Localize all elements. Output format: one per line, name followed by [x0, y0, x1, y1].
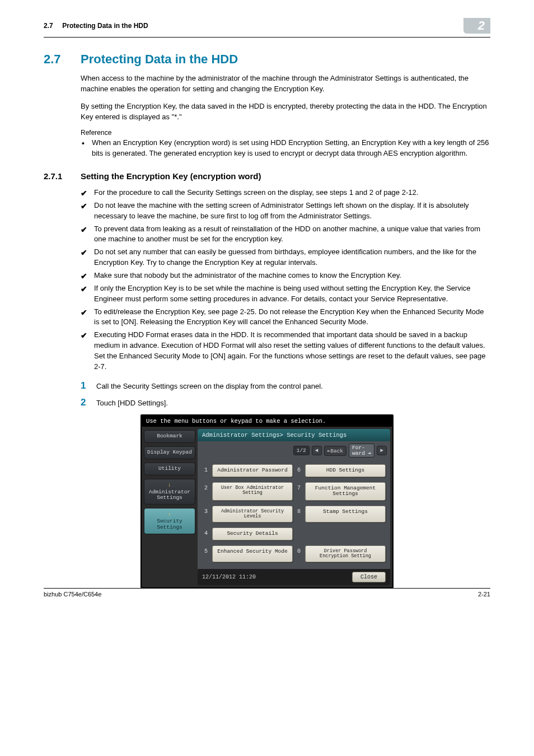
check-item: For the procedure to call the Security S… — [81, 188, 490, 198]
check-item: Make sure that nobody but the administra… — [81, 270, 490, 281]
menu-enhanced-sec-mode-button[interactable]: Enhanced Security Mode — [212, 545, 293, 563]
device-instruction-bar: Use the menu buttons or keypad to make a… — [142, 416, 392, 427]
check-item: To prevent data from leaking as a result… — [81, 224, 490, 245]
check-item: If only the Encryption Key is to be set … — [81, 283, 490, 305]
device-pager: 1/2 ◄ ↞Back For- ward ↠ ► — [198, 441, 390, 460]
checklist: For the procedure to call the Security S… — [81, 188, 490, 372]
menu-num: 2 — [202, 482, 210, 501]
step-text: Call the Security Settings screen on the… — [96, 380, 323, 392]
pager-back-button[interactable]: ↞Back — [324, 446, 347, 456]
device-breadcrumb: Administrator Settings> Security Setting… — [198, 429, 390, 441]
chapter-badge: 2 — [463, 18, 490, 34]
check-item: Executing HDD Format erases data in the … — [81, 330, 490, 372]
sidebar-display-keypad-button[interactable]: Display Keypad — [144, 446, 195, 459]
page-footer: bizhub C754e/C654e 2-21 — [44, 588, 490, 598]
header-rule — [44, 37, 490, 38]
sidebar-admin-label: Administrator Settings — [149, 489, 190, 501]
reference-label: Reference — [81, 129, 490, 137]
check-item: To edit/release the Encryption Key, see … — [81, 307, 490, 328]
menu-num: 1 — [202, 464, 210, 477]
menu-userbox-admin-button[interactable]: User Box Administrator Setting — [212, 482, 293, 501]
sidebar-bookmark-button[interactable]: Bookmark — [144, 430, 195, 443]
menu-hdd-settings-button[interactable]: HDD Settings — [305, 464, 386, 477]
subsection-number: 2.7.1 — [44, 171, 81, 181]
sidebar-admin-settings-button[interactable]: ↓Administrator Settings — [144, 479, 195, 505]
menu-num: 4 — [202, 528, 210, 540]
menu-admin-password-button[interactable]: Administrator Password — [212, 464, 293, 477]
menu-num: 0 — [295, 545, 303, 563]
menu-driver-pw-enc-button[interactable]: Driver Password Encryption Setting — [305, 545, 386, 563]
pager-page-indicator: 1/2 — [293, 446, 310, 455]
menu-num: 6 — [295, 464, 303, 477]
step-number: 2 — [81, 397, 96, 409]
intro-paragraph-1: When access to the machine by the admini… — [81, 73, 490, 95]
device-sidebar: Bookmark Display Keypad Utility ↓Adminis… — [142, 427, 198, 587]
footer-model: bizhub C754e/C654e — [44, 591, 101, 598]
menu-num: 7 — [295, 482, 303, 501]
section-number: 2.7 — [44, 52, 81, 67]
device-datetime: 12/11/2012 11:20 — [202, 574, 256, 580]
section-title: Protecting Data in the HDD — [81, 52, 238, 67]
pager-forward-button[interactable]: For- ward ↠ — [349, 444, 374, 458]
pager-forward-label: For- ward ↠ — [352, 445, 371, 456]
pager-prev-arrow[interactable]: ◄ — [312, 446, 322, 455]
menu-num: 5 — [202, 545, 210, 563]
menu-admin-sec-levels-button[interactable]: Administrator Security Levels — [212, 506, 293, 523]
check-item: Do not set any number that can easily be… — [81, 247, 490, 268]
intro-paragraph-2: By setting the Encryption Key, the data … — [81, 101, 490, 123]
menu-num: 8 — [295, 506, 303, 523]
sidebar-security-label: Security Settings — [157, 518, 182, 530]
step-text: Touch [HDD Settings]. — [96, 397, 168, 409]
running-head-title: Protecting Data in the HDD — [62, 22, 148, 30]
reference-list: When an Encryption Key (encryption word)… — [81, 138, 490, 159]
device-screenshot: Use the menu buttons or keypad to make a… — [140, 414, 394, 589]
subsection-title: Setting the Encryption Key (encryption w… — [81, 171, 261, 181]
device-close-button[interactable]: Close — [352, 572, 386, 582]
check-item: Do not leave the machine with the settin… — [81, 200, 490, 222]
footer-page-number: 2-21 — [478, 591, 490, 598]
step-number: 1 — [81, 380, 96, 392]
menu-num: 3 — [202, 506, 210, 523]
device-menu-grid: 1 Administrator Password 6 HDD Settings … — [198, 460, 390, 569]
running-head-num: 2.7 — [44, 22, 53, 30]
sidebar-utility-button[interactable]: Utility — [144, 463, 195, 475]
menu-stamp-settings-button[interactable]: Stamp Settings — [305, 506, 386, 523]
menu-security-details-button[interactable]: Security Details — [212, 528, 293, 540]
sidebar-security-settings-button[interactable]: ↑Security Settings — [144, 508, 195, 534]
pager-next-arrow[interactable]: ► — [377, 446, 387, 455]
running-head: 2.7 Protecting Data in the HDD — [44, 22, 463, 30]
menu-function-mgmt-button[interactable]: Function Management Settings — [305, 482, 386, 501]
reference-bullet: When an Encryption Key (encryption word)… — [81, 138, 490, 159]
arrow-down-icon: ↓ — [146, 482, 194, 489]
